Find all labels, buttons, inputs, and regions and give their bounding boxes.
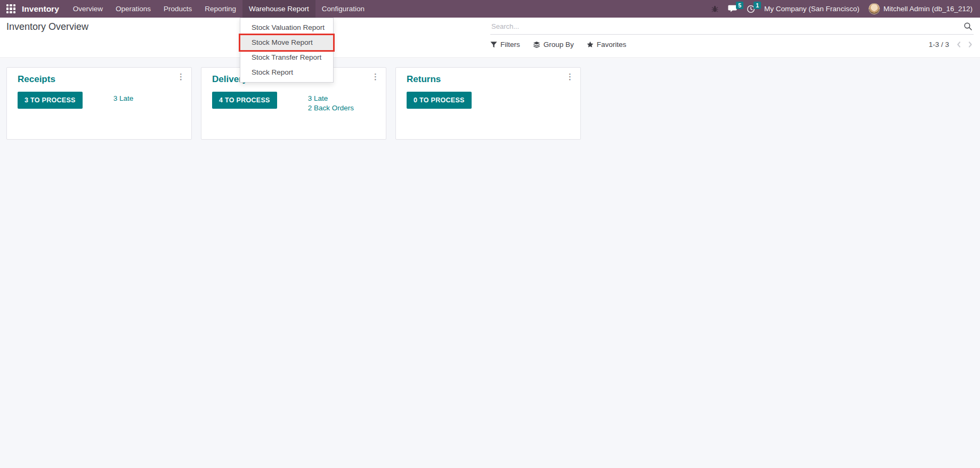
nav-item-warehouse-report[interactable]: Warehouse Report	[242, 0, 315, 18]
pager: 1-3 / 3	[929, 41, 974, 49]
company-switcher[interactable]: My Company (San Francisco)	[764, 5, 860, 13]
card-receipts: Receipts ⋮ 3 TO PROCESS 3 Late	[6, 67, 192, 140]
card-menu-kebab-icon[interactable]: ⋮	[371, 72, 379, 80]
favorites-label: Favorites	[597, 41, 627, 49]
nav-item-operations[interactable]: Operations	[109, 0, 157, 18]
filter-funnel-icon	[490, 41, 497, 48]
filters-button[interactable]: Filters	[490, 41, 520, 49]
card-links: 3 Late	[114, 94, 134, 102]
top-navbar: Inventory Overview Operations Products R…	[0, 0, 980, 18]
apps-menu-button[interactable]	[0, 0, 21, 18]
receipts-late-link[interactable]: 3 Late	[114, 94, 134, 102]
card-menu-kebab-icon[interactable]: ⋮	[566, 72, 574, 80]
favorites-button[interactable]: Favorites	[587, 41, 627, 49]
returns-to-process-button[interactable]: 0 TO PROCESS	[407, 92, 472, 109]
card-menu-kebab-icon[interactable]: ⋮	[177, 72, 185, 80]
card-body: 4 TO PROCESS 3 Late 2 Back Orders	[212, 92, 354, 112]
nav-item-overview[interactable]: Overview	[67, 0, 109, 18]
menu-item-stock-move-report[interactable]: Stock Move Report	[240, 35, 333, 50]
pager-next-button[interactable]	[967, 41, 974, 48]
chevron-left-icon	[955, 41, 962, 48]
delivery-back-orders-link[interactable]: 2 Back Orders	[308, 104, 354, 112]
app-menu: Overview Operations Products Reporting W…	[67, 0, 371, 18]
user-menu[interactable]: Mitchell Admin (db_16_212)	[869, 3, 973, 14]
filters-label: Filters	[500, 41, 520, 49]
star-icon	[587, 41, 594, 48]
group-by-label: Group By	[544, 41, 574, 49]
user-avatar	[869, 3, 880, 14]
activities-button[interactable]: 1	[747, 5, 755, 13]
card-row: Receipts ⋮ 3 TO PROCESS 3 Late Delivery …	[0, 59, 980, 140]
layers-icon	[533, 41, 540, 49]
card-title: Returns	[407, 74, 441, 85]
card-title: Receipts	[18, 74, 55, 85]
pager-range: 1-3 / 3	[929, 41, 949, 49]
user-name: Mitchell Admin (db_16_212)	[884, 5, 973, 13]
card-body: 3 TO PROCESS 3 Late	[18, 92, 133, 109]
menu-item-stock-transfer-report[interactable]: Stock Transfer Report	[240, 50, 333, 65]
nav-item-products[interactable]: Products	[157, 0, 198, 18]
kanban-view: Receipts ⋮ 3 TO PROCESS 3 Late Delivery …	[0, 59, 980, 468]
nav-item-configuration[interactable]: Configuration	[315, 0, 371, 18]
page-title: Inventory Overview	[6, 21, 88, 33]
search-bar	[490, 19, 974, 35]
menu-item-stock-report[interactable]: Stock Report	[240, 65, 333, 80]
app-name[interactable]: Inventory	[21, 0, 67, 18]
pager-previous-button[interactable]	[955, 41, 962, 48]
debug-button[interactable]	[711, 5, 719, 13]
warehouse-report-dropdown: Stock Valuation Report Stock Move Report…	[240, 18, 334, 83]
card-body: 0 TO PROCESS	[407, 92, 472, 109]
bug-icon	[711, 5, 719, 13]
systray: 5 1 My Company (San Francisco) Mitchell …	[711, 0, 980, 18]
nav-item-reporting[interactable]: Reporting	[198, 0, 242, 18]
menu-item-stock-valuation-report[interactable]: Stock Valuation Report	[240, 20, 333, 35]
delivery-to-process-button[interactable]: 4 TO PROCESS	[212, 92, 277, 109]
card-returns: Returns ⋮ 0 TO PROCESS	[395, 67, 581, 140]
search-panel: Filters Group By Favorites	[490, 19, 974, 49]
delivery-late-link[interactable]: 3 Late	[308, 94, 354, 102]
chevron-right-icon	[967, 41, 974, 48]
search-options: Filters Group By Favorites	[490, 41, 974, 49]
card-links: 3 Late 2 Back Orders	[308, 94, 354, 112]
search-input[interactable]	[490, 22, 962, 31]
receipts-to-process-button[interactable]: 3 TO PROCESS	[18, 92, 83, 109]
messages-badge: 5	[736, 2, 743, 9]
apps-grid-icon	[6, 4, 15, 13]
search-button[interactable]	[962, 22, 974, 31]
search-icon	[963, 22, 973, 31]
messages-button[interactable]: 5	[728, 5, 738, 13]
group-by-button[interactable]: Group By	[533, 41, 574, 49]
control-panel: Inventory Overview Filters	[0, 18, 980, 58]
activities-badge: 1	[754, 2, 761, 9]
